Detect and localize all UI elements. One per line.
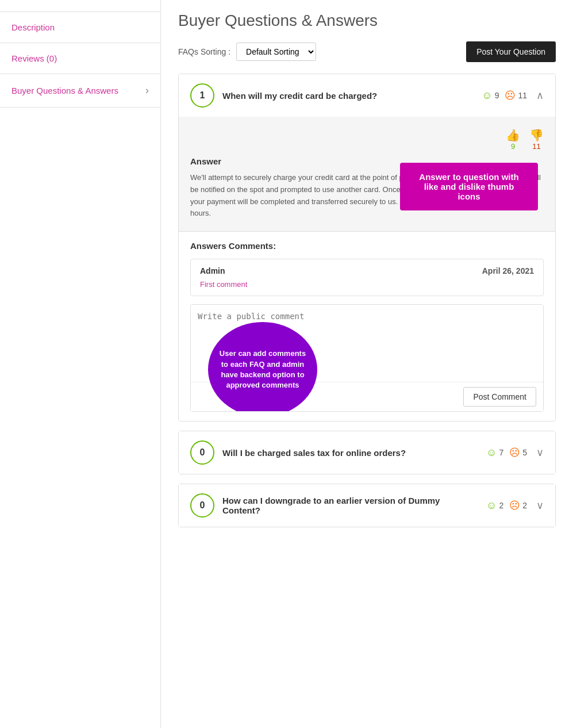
toggle-button-1[interactable]: ∧ <box>536 89 544 102</box>
question-header-2: 0 Will I be charged sales tax for online… <box>179 431 555 474</box>
question-header-3: 0 How can I downgrade to an earlier vers… <box>179 484 555 527</box>
answer-dislike-vote[interactable]: 👎 11 <box>529 128 544 151</box>
dislike-vote-1[interactable]: ☹ 11 <box>505 89 527 102</box>
comment-author-1: Admin <box>200 266 225 275</box>
toggle-button-2[interactable]: ∨ <box>536 446 544 459</box>
comments-section-1: Answers Comments: Admin April 26, 2021 F… <box>179 231 555 421</box>
sidebar: Description Reviews (0) Buyer Questions … <box>0 0 161 728</box>
answer-dislike-count: 11 <box>532 142 540 151</box>
sidebar-item-reviews[interactable]: Reviews (0) <box>0 43 160 74</box>
comment-tooltip: User can add comments to each FAQ and ad… <box>208 322 317 412</box>
comment-date-1: April 26, 2021 <box>482 266 534 275</box>
sorting-select[interactable]: Default Sorting <box>236 43 316 61</box>
answer-like-count: 9 <box>511 142 515 151</box>
sorting-label: FAQs Sorting : <box>178 47 230 56</box>
answer-tooltip-banner: Answer to question with like and dislike… <box>400 163 538 210</box>
like-vote-2[interactable]: ☺ 7 <box>486 447 503 459</box>
sidebar-item-reviews-label: Reviews (0) <box>11 53 57 63</box>
question-text-3: How can I downgrade to an earlier versio… <box>222 496 478 515</box>
answer-like-icon: 👍 <box>506 128 520 142</box>
comment-item-1: Admin April 26, 2021 First comment <box>190 259 544 296</box>
dislike-icon-1: ☹ <box>505 89 516 102</box>
dislike-count-1: 11 <box>518 91 527 100</box>
post-comment-button[interactable]: Post Comment <box>463 387 536 407</box>
sorting-row: FAQs Sorting : Default Sorting Post Your… <box>178 41 556 62</box>
question-number-2: 0 <box>190 440 214 465</box>
dislike-count-3: 2 <box>522 501 527 510</box>
vote-area-3: ☺ 2 ☹ 2 ∨ <box>486 499 544 512</box>
like-icon-3: ☺ <box>486 500 497 512</box>
vote-area-1: ☺ 9 ☹ 11 ∧ <box>482 89 544 102</box>
post-question-button[interactable]: Post Your Question <box>466 41 556 62</box>
question-card-3: 0 How can I downgrade to an earlier vers… <box>178 484 556 527</box>
sidebar-item-description[interactable]: Description <box>0 12 160 43</box>
question-text-1: When will my credit card be charged? <box>222 91 474 101</box>
like-count-2: 7 <box>499 448 503 457</box>
comments-title: Answers Comments: <box>190 241 544 251</box>
chevron-right-icon: › <box>145 85 149 97</box>
question-card-1: 1 When will my credit card be charged? ☺… <box>178 74 556 422</box>
comment-input-area: Post Comment User can add comments to ea… <box>190 304 544 412</box>
question-card-2: 0 Will I be charged sales tax for online… <box>178 431 556 474</box>
like-icon-1: ☺ <box>482 90 492 102</box>
dislike-count-2: 5 <box>522 448 527 457</box>
answer-section-1: 👍 9 👎 11 Answer We'll attempt to securel… <box>179 117 555 231</box>
like-icon-2: ☺ <box>486 447 497 459</box>
vote-area-2: ☺ 7 ☹ 5 ∨ <box>486 446 544 459</box>
sidebar-item-buyer-qa[interactable]: Buyer Questions & Answers › <box>0 74 160 108</box>
toggle-button-3[interactable]: ∨ <box>536 499 544 512</box>
question-text-2: Will I be charged sales tax for online o… <box>222 448 478 458</box>
like-vote-3[interactable]: ☺ 2 <box>486 500 503 512</box>
sidebar-item-buyer-qa-label: Buyer Questions & Answers <box>11 86 118 95</box>
dislike-vote-3[interactable]: ☹ 2 <box>509 499 527 512</box>
answer-top-row: 👍 9 👎 11 <box>190 128 544 151</box>
dislike-icon-2: ☹ <box>509 446 520 459</box>
comment-meta-1: Admin April 26, 2021 <box>200 266 534 275</box>
page-layout: Description Reviews (0) Buyer Questions … <box>0 0 573 728</box>
like-count-1: 9 <box>495 91 499 100</box>
question-header-1: 1 When will my credit card be charged? ☺… <box>179 74 555 117</box>
like-vote-1[interactable]: ☺ 9 <box>482 90 499 102</box>
sidebar-item-description-label: Description <box>11 22 55 32</box>
dislike-icon-3: ☹ <box>509 499 520 512</box>
like-count-3: 2 <box>499 501 503 510</box>
page-title: Buyer Questions & Answers <box>178 12 556 30</box>
question-number-3: 0 <box>190 493 214 518</box>
question-number-1: 1 <box>190 83 214 108</box>
answer-dislike-icon: 👎 <box>529 128 544 142</box>
comment-text-1: First comment <box>200 280 534 289</box>
dislike-vote-2[interactable]: ☹ 5 <box>509 446 527 459</box>
answer-like-vote[interactable]: 👍 9 <box>506 128 520 151</box>
main-content: Buyer Questions & Answers FAQs Sorting :… <box>161 0 573 728</box>
